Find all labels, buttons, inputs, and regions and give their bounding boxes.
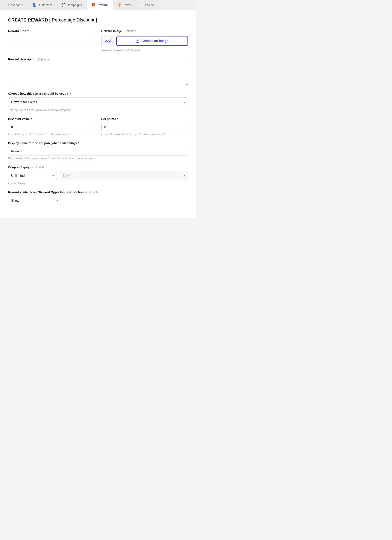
page-title: CREATE REWARD [ Percentage Discount ]	[8, 17, 188, 23]
reward-description-input[interactable]	[8, 63, 188, 85]
upload-hint: Upload an image for this Reward.	[101, 49, 188, 52]
tab-addon[interactable]: ⊞ Add-on	[136, 0, 159, 10]
main-content: CREATE REWARD [ Percentage Discount ] Re…	[0, 10, 196, 218]
reward-usage-label: Choose how this reward should be used? *	[8, 92, 188, 95]
coupon-expiry-days-wrapper: Day(s) ▾	[60, 171, 188, 180]
reward-image-label: Reward image (Optional)	[101, 29, 188, 33]
reward-description-section: Reward description (Optional)	[8, 58, 188, 86]
addon-icon: ⊞	[141, 3, 143, 7]
image-upload-row: Choose an image	[101, 35, 188, 47]
set-points-input[interactable]	[101, 123, 188, 131]
tab-customers-label: Customers	[38, 3, 52, 7]
reward-title-input[interactable]	[8, 35, 95, 43]
tab-campaigns[interactable]: 💬 Campaigns	[57, 0, 87, 10]
reward-description-label: Reward description (Optional)	[8, 58, 188, 61]
customers-icon: 👤	[32, 3, 36, 7]
tab-addon-label: Add-on	[144, 3, 154, 7]
campaigns-icon: 💬	[61, 3, 65, 7]
discount-value-section: Discount value * Enter value of points t…	[8, 117, 95, 136]
levels-icon: 🏆	[118, 3, 122, 7]
image-placeholder	[101, 35, 114, 47]
display-name-input[interactable]	[8, 147, 188, 155]
reward-visibility-select-wrapper: Show Hide ▾	[8, 196, 61, 205]
reward-placeholder-icon	[104, 38, 111, 44]
tab-levels-label: Levels	[123, 3, 132, 7]
tab-dashboard-label: Dashboard	[8, 3, 23, 7]
navigation-tabs: ⊞ Dashboard 👤 Customers 💬 Campaigns 🎁 Re…	[0, 0, 196, 10]
reward-usage-select-wrapper: Reward for Points Reward for Referral Re…	[8, 97, 188, 107]
display-name-hint: What would be the name to show for the d…	[8, 157, 188, 160]
tab-campaigns-label: Campaigns	[67, 3, 82, 7]
page-subtitle: [ Percentage Discount ]	[49, 17, 97, 22]
discount-value-label: Discount value *	[8, 117, 95, 121]
reward-visibility-select[interactable]: Show Hide	[8, 196, 61, 205]
tab-dashboard[interactable]: ⊞ Dashboard	[0, 0, 28, 10]
coupon-expiry-days-select[interactable]: Day(s)	[60, 171, 188, 180]
reward-title-label: Reward Title *	[8, 29, 95, 33]
tab-rewards-label: Rewards	[96, 3, 109, 6]
coupon-expiry-label: Coupon Expiry (Optional)	[8, 165, 188, 169]
upload-icon	[136, 39, 140, 43]
coupon-expiry-hint: Coupon Expiry	[8, 182, 188, 185]
reward-title-section: Reward Title *	[8, 29, 95, 52]
coupon-expiry-selects: Unlimited Limited ▾ Day(s) ▾	[8, 171, 188, 180]
set-points-section: Set points * Enter value of points to be…	[101, 117, 188, 136]
tab-levels[interactable]: 🏆 Levels	[113, 0, 136, 10]
coupon-expiry-select[interactable]: Unlimited Limited	[8, 171, 57, 180]
reward-usage-select[interactable]: Reward for Points Reward for Referral Re…	[8, 97, 188, 107]
display-name-label: Display name for the coupon (when redeem…	[8, 141, 188, 145]
tab-customers[interactable]: 👤 Customers	[28, 0, 57, 10]
coupon-expiry-section: Coupon Expiry (Optional) Unlimited Limit…	[8, 165, 188, 185]
reward-usage-hint: This reward will be provided for redeemi…	[8, 108, 188, 111]
svg-point-1	[106, 40, 107, 41]
set-points-label: Set points *	[101, 117, 188, 121]
dashboard-icon: ⊞	[5, 3, 7, 7]
reward-visibility-label: Reward visibility on "Reward Opportuniti…	[8, 190, 188, 194]
display-name-section: Display name for the coupon (when redeem…	[8, 141, 188, 160]
coupon-expiry-select-wrapper: Unlimited Limited ▾	[8, 171, 57, 180]
choose-image-button[interactable]: Choose an image	[116, 36, 188, 46]
title-image-row: Reward Title * Reward image (Optional)	[8, 29, 188, 52]
discount-value-input[interactable]	[8, 123, 95, 131]
reward-visibility-section: Reward visibility on "Reward Opportuniti…	[8, 190, 188, 205]
rewards-icon: 🎁	[91, 3, 95, 7]
set-points-hint: Enter value of points to be used to rede…	[101, 133, 188, 136]
discount-points-row: Discount value * Enter value of points t…	[8, 117, 188, 136]
reward-usage-section: Choose how this reward should be used? *…	[8, 92, 188, 111]
reward-image-section: Reward image (Optional)	[101, 29, 188, 52]
tab-rewards[interactable]: 🎁 Rewards	[87, 0, 113, 10]
discount-value-hint: Enter value of points to be used to rede…	[8, 133, 95, 136]
